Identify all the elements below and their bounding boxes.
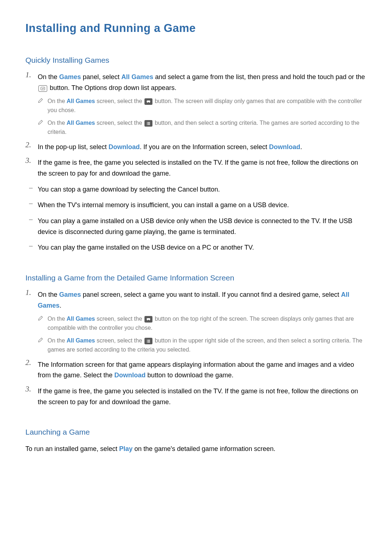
pencil-icon — [38, 98, 43, 103]
link-download: Download — [109, 143, 140, 151]
text-run: button to download the game. — [146, 372, 233, 379]
pencil-icon — [38, 337, 43, 343]
svg-rect-10 — [148, 341, 150, 342]
text-run: On the — [38, 291, 59, 298]
link-all-games: All Games — [66, 98, 95, 104]
list-button-icon — [144, 338, 152, 344]
section1-step1: On the Games panel, select All Games and… — [25, 72, 367, 137]
text-run: screen, select the — [95, 337, 144, 344]
text-run: screen, select the — [95, 120, 144, 126]
section1-note1: On the All Games screen, select the butt… — [38, 97, 367, 115]
section2-step2: The Information screen for that game app… — [25, 360, 367, 381]
text-run: . If you are on the Information screen, … — [140, 143, 269, 151]
link-all-games: All Games — [66, 316, 95, 322]
svg-rect-12 — [148, 342, 150, 343]
text-run: and select a game from the list, then pr… — [153, 73, 365, 81]
text-run: On the — [48, 316, 66, 322]
text-run: panel, select — [81, 73, 121, 81]
link-all-games: All Games — [121, 73, 153, 81]
text-run: On the — [48, 337, 66, 344]
section1-heading: Quickly Installing Games — [25, 56, 367, 65]
text-run: button. The Options drop down list appea… — [48, 84, 176, 91]
text-paragraph: You can play a game installed on a USB d… — [38, 216, 367, 237]
section1-dash1: You can stop a game download by selectin… — [25, 184, 367, 195]
svg-rect-6 — [148, 124, 150, 125]
text-run: . — [60, 302, 61, 309]
svg-rect-4 — [148, 123, 150, 124]
section1-dash3: You can play a game installed on a USB d… — [25, 216, 367, 237]
svg-rect-3 — [147, 123, 148, 124]
svg-rect-5 — [147, 124, 148, 125]
link-play: Play — [119, 445, 132, 452]
text-paragraph: You can stop a game download by selectin… — [38, 184, 367, 195]
section2-note1: On the All Games screen, select the butt… — [38, 315, 367, 333]
section2-step3: If the game is free, the game you select… — [25, 386, 367, 407]
text-paragraph: You can play the game installed on the U… — [38, 242, 367, 253]
section1-dash4: You can play the game installed on the U… — [25, 242, 367, 253]
section2-note2: On the All Games screen, select the butt… — [38, 336, 367, 354]
controller-button-icon — [144, 98, 152, 105]
text-paragraph: When the TV's internal memory is insuffi… — [38, 200, 367, 211]
link-download: Download — [114, 372, 146, 379]
section1-step2: In the pop-up list, select Download. If … — [25, 142, 367, 153]
section3-heading: Launching a Game — [25, 428, 367, 436]
section1-note2: On the All Games screen, select the butt… — [38, 119, 367, 137]
section1-dash2: When the TV's internal memory is insuffi… — [25, 200, 367, 211]
svg-rect-7 — [147, 340, 148, 341]
text-run: On the — [48, 120, 66, 126]
svg-rect-9 — [147, 341, 148, 342]
text-run: on the game's detailed game information … — [132, 445, 275, 452]
svg-rect-8 — [148, 340, 150, 341]
svg-rect-2 — [148, 122, 150, 123]
link-all-games: All Games — [66, 337, 95, 344]
svg-rect-1 — [147, 122, 148, 123]
svg-rect-11 — [147, 342, 148, 343]
svg-rect-0 — [41, 87, 45, 90]
enter-button-icon — [38, 85, 47, 92]
text-run: To run an installed game, select — [25, 445, 119, 452]
link-all-games: All Games — [66, 120, 95, 126]
text-paragraph: If the game is free, the game you select… — [38, 386, 367, 407]
text-run: screen, select the — [95, 316, 144, 322]
link-games: Games — [59, 291, 81, 298]
text-run: . — [300, 143, 302, 151]
page-title: Installing and Running a Game — [25, 22, 367, 35]
text-run: On the — [48, 98, 66, 104]
link-download: Download — [269, 143, 300, 151]
text-run: In the pop-up list, select — [38, 143, 109, 151]
section2-heading: Installing a Game from the Detailed Game… — [25, 274, 367, 282]
pencil-icon — [38, 315, 43, 321]
link-games: Games — [59, 73, 81, 81]
list-button-icon — [144, 120, 152, 127]
text-run: panel screen, select a game you want to … — [81, 291, 341, 298]
controller-button-icon — [144, 316, 152, 323]
text-paragraph: If the game is free, the game you select… — [38, 157, 367, 179]
text-run: On the — [38, 73, 59, 81]
pencil-icon — [38, 119, 43, 125]
text-run: screen, select the — [95, 98, 144, 104]
section1-step3: If the game is free, the game you select… — [25, 157, 367, 179]
section2-step1: On the Games panel screen, select a game… — [25, 290, 367, 354]
